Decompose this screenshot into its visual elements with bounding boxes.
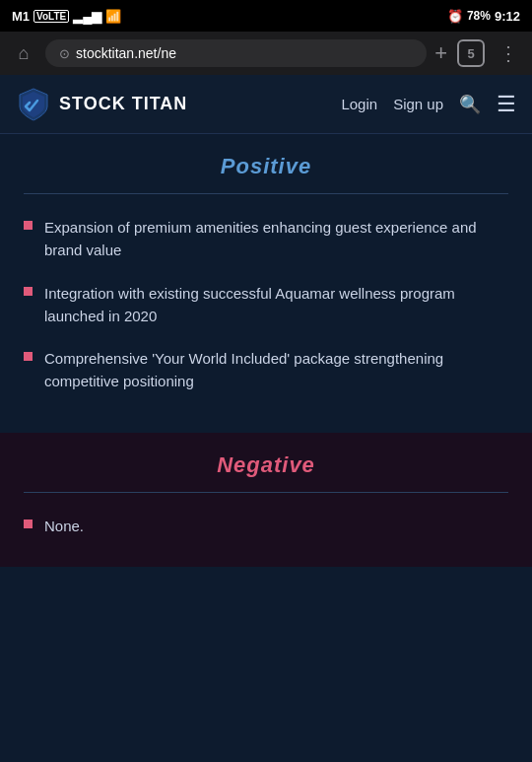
site-navigation: STOCK TITAN Login Sign up 🔍 ☰ <box>0 75 532 134</box>
wifi-icon: 📶 <box>105 9 121 24</box>
url-security-icon: ⊙ <box>59 46 70 61</box>
tab-count-badge[interactable]: 5 <box>457 39 485 67</box>
tab-count-label: 5 <box>467 46 474 61</box>
bullet-icon <box>24 221 33 230</box>
login-link[interactable]: Login <box>341 96 377 112</box>
browser-more-button[interactable]: ⋮ <box>495 39 522 67</box>
more-icon: ⋮ <box>499 41 518 65</box>
browser-actions: + 5 ⋮ <box>434 39 522 67</box>
add-tab-icon: + <box>434 40 447 65</box>
status-left: M1 VoLTE ▂▄▆ 📶 <box>12 9 121 24</box>
nav-links: Login Sign up 🔍 ☰ <box>341 92 516 117</box>
browser-home-button[interactable]: ⌂ <box>10 39 37 67</box>
negative-item-1-text: None. <box>44 515 84 537</box>
add-tab-button[interactable]: + <box>434 40 447 66</box>
status-right: ⏰ 78% 9:12 <box>447 9 520 24</box>
positive-bullet-list: Expansion of premium amenities enhancing… <box>24 216 508 393</box>
main-content: Positive Expansion of premium amenities … <box>0 134 532 567</box>
negative-section: Negative None. <box>0 433 532 567</box>
carrier-label: M1 <box>12 9 30 24</box>
status-bar: M1 VoLTE ▂▄▆ 📶 ⏰ 78% 9:12 <box>0 0 532 32</box>
volte-label: VoLTE <box>33 10 69 23</box>
list-item: None. <box>24 515 508 537</box>
logo-text: STOCK TITAN <box>59 94 187 114</box>
signal-icon: ▂▄▆ <box>73 9 101 24</box>
logo-icon <box>16 87 51 122</box>
signup-link[interactable]: Sign up <box>393 96 443 112</box>
negative-section-title: Negative <box>24 452 508 478</box>
list-item: Expansion of premium amenities enhancing… <box>24 216 508 262</box>
bullet-icon <box>24 287 33 296</box>
url-text: stocktitan.net/ne <box>76 45 176 61</box>
positive-item-1-text: Expansion of premium amenities enhancing… <box>44 216 508 262</box>
bullet-icon <box>24 520 33 528</box>
positive-divider <box>24 193 508 194</box>
site-logo[interactable]: STOCK TITAN <box>16 87 341 122</box>
list-item: Integration with existing successful Aqu… <box>24 282 508 328</box>
negative-bullet-list: None. <box>24 515 508 537</box>
negative-divider <box>24 492 508 493</box>
hamburger-menu-icon[interactable]: ☰ <box>497 92 516 117</box>
positive-section-title: Positive <box>24 154 508 179</box>
battery-indicator: 78% <box>467 9 491 23</box>
home-icon: ⌂ <box>19 43 30 64</box>
browser-url-bar[interactable]: ⊙ stocktitan.net/ne <box>45 39 427 67</box>
positive-item-2-text: Integration with existing successful Aqu… <box>44 282 508 328</box>
list-item: Comprehensive 'Your World Included' pack… <box>24 347 508 393</box>
positive-item-3-text: Comprehensive 'Your World Included' pack… <box>44 347 508 393</box>
search-icon[interactable]: 🔍 <box>459 94 481 115</box>
time-display: 9:12 <box>495 9 520 24</box>
browser-chrome: ⌂ ⊙ stocktitan.net/ne + 5 ⋮ <box>0 32 532 75</box>
alarm-icon: ⏰ <box>447 9 463 24</box>
positive-section: Positive Expansion of premium amenities … <box>0 134 532 433</box>
bullet-icon <box>24 352 33 361</box>
battery-percent: 78 <box>467 9 480 23</box>
